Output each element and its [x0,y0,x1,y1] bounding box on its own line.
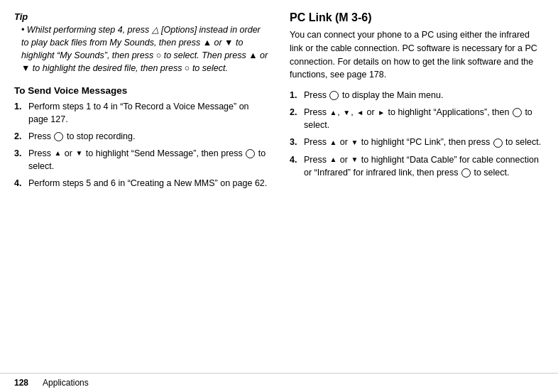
select-icon [329,91,339,100]
step-text: Press ▲ or ▼ to highlight “Data Cable” f… [304,153,544,179]
step-number: 4. [14,177,27,190]
step-text: Press to stop recording. [28,130,268,143]
select-icon [246,149,255,158]
right-step-4: 4. Press ▲ or ▼ to highlight “Data Cable… [290,153,544,179]
select-icon [493,138,503,148]
step-text: Press ▲ or ▼ to highlight “PC Link”, the… [304,136,544,148]
tip-body: Whilst performing step 4, press △ [Optio… [14,23,268,75]
pc-link-title: PC Link [290,11,332,23]
nav-down-icon: ▼ [351,155,358,165]
tip-section: Tip Whilst performing step 4, press △ [O… [14,11,268,75]
page-footer: 128 Applications [0,373,558,392]
right-intro: You can connect your phone to a PC using… [290,28,544,82]
left-steps-list: 1. Perform steps 1 to 4 in “To Record a … [14,100,268,190]
tip-title: Tip [14,11,268,22]
left-step-1: 1. Perform steps 1 to 4 in “To Record a … [14,100,268,126]
select-icon [54,132,63,141]
left-step-3: 3. Press ▲ or ▼ to highlight “Send Messa… [14,147,268,173]
nav-up-icon: ▲ [329,155,337,165]
select-icon [513,108,522,117]
nav-up-icon: ▲ [329,108,337,119]
step-number: 2. [290,106,302,131]
pc-link-subtitle: (M 3-6) [335,11,372,23]
step-number: 3. [290,136,302,148]
nav-down-icon: ▼ [343,108,350,119]
step-text: Press to display the Main menu. [304,89,544,102]
right-steps-list: 1. Press to display the Main menu. 2. Pr… [290,89,544,179]
step-number: 3. [14,147,27,173]
nav-down-icon: ▼ [351,138,358,148]
step-number: 2. [14,130,27,143]
right-section-title: PC Link (M 3-6) [290,11,544,24]
nav-up-icon: ▲ [54,148,61,159]
footer-page-number: 128 [14,378,28,388]
left-step-4: 4. Perform steps 5 and 6 in “Creating a … [14,177,268,190]
right-step-3: 3. Press ▲ or ▼ to highlight “PC Link”, … [290,136,544,148]
nav-left-icon: ◄ [356,108,363,119]
right-step-1: 1. Press to display the Main menu. [290,89,544,102]
step-text: Perform steps 1 to 4 in “To Record a Voi… [28,100,268,126]
step-text: Press ▲, ▼, ◄ or ► to highlight “Applica… [304,106,544,131]
select-icon [461,168,471,178]
nav-down-icon: ▼ [75,148,82,159]
step-number: 1. [290,89,302,102]
nav-up-icon: ▲ [329,138,337,148]
step-number: 4. [290,153,302,179]
left-step-2: 2. Press to stop recording. [14,130,268,143]
step-text: Press ▲ or ▼ to highlight “Send Message”… [28,147,268,173]
send-voice-title: To Send Voice Messages [14,85,268,96]
footer-label: Applications [43,378,89,388]
step-number: 1. [14,100,27,126]
step-text: Perform steps 5 and 6 in “Creating a New… [28,177,268,190]
page-content: Tip Whilst performing step 4, press △ [O… [0,0,558,373]
right-column: PC Link (M 3-6) You can connect your pho… [290,11,544,366]
right-step-2: 2. Press ▲, ▼, ◄ or ► to highlight “Appl… [290,106,544,131]
left-column: Tip Whilst performing step 4, press △ [O… [14,11,268,366]
nav-right-icon: ► [378,108,385,119]
